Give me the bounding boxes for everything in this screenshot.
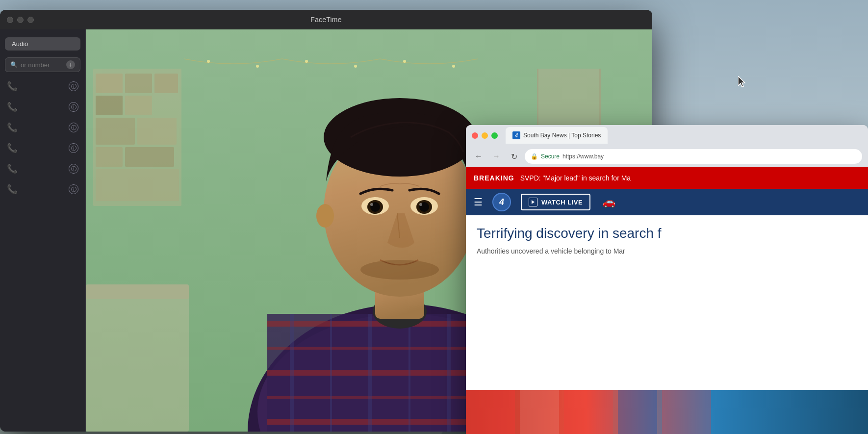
svg-point-57 <box>360 260 439 280</box>
contact-item[interactable]: 📞 ⓘ <box>0 97 85 117</box>
breaking-text: SVPD: "Major lead" in search for Ma <box>520 174 631 182</box>
svg-rect-61 <box>520 390 559 434</box>
svg-marker-58 <box>532 200 535 204</box>
tab-favicon: 4 <box>512 131 520 139</box>
contact-item[interactable]: 📞 ⓘ <box>0 76 85 97</box>
contact-item[interactable]: 📞 ⓘ <box>0 179 85 200</box>
secure-label: Secure <box>541 153 560 160</box>
phone-icon: 📞 <box>7 163 18 174</box>
browser-forward-button[interactable]: → <box>489 150 503 163</box>
phone-icon: 📞 <box>7 122 18 133</box>
svg-rect-12 <box>137 118 177 145</box>
contact-item[interactable]: 📞 ⓘ <box>0 138 85 158</box>
svg-point-27 <box>452 65 455 68</box>
browser-back-button[interactable]: ← <box>472 150 485 163</box>
phone-icon: 📞 <box>7 143 18 153</box>
svg-point-55 <box>316 204 334 228</box>
browser-tab[interactable]: 4 South Bay News | Top Stories <box>506 127 608 144</box>
play-icon <box>529 198 537 206</box>
browser-maximize-button[interactable] <box>491 132 498 139</box>
facetime-maximize-button[interactable] <box>27 17 34 23</box>
browser-window: 4 South Bay News | Top Stories ← → ↻ 🔒 S… <box>466 125 868 434</box>
facetime-titlebar: FaceTime <box>0 10 652 29</box>
search-icon: 🔍 <box>10 61 18 68</box>
secure-icon: 🔒 <box>531 153 538 160</box>
news-subtext: Authorities uncovered a vehicle belongin… <box>477 247 857 256</box>
svg-rect-7 <box>125 74 152 93</box>
svg-rect-62 <box>564 390 613 434</box>
facetime-traffic-lights <box>7 17 34 23</box>
news-headline: Terrifying discovery in search f <box>477 225 857 242</box>
facetime-minimize-button[interactable] <box>17 17 24 23</box>
svg-rect-64 <box>662 390 711 434</box>
svg-rect-9 <box>96 96 123 115</box>
browser-traffic-lights <box>472 132 498 139</box>
browser-minimize-button[interactable] <box>482 132 488 139</box>
svg-rect-60 <box>466 390 515 434</box>
facetime-title: FaceTime <box>310 16 341 24</box>
car-icon: 🚗 <box>602 196 615 208</box>
news-navbar: ☰ 4 WATCH LIVE 🚗 <box>466 189 868 215</box>
address-bar[interactable]: 🔒 Secure https://www.bay <box>525 149 862 164</box>
svg-rect-63 <box>618 390 657 434</box>
svg-point-23 <box>256 65 259 68</box>
hamburger-menu-icon[interactable]: ☰ <box>474 196 483 208</box>
info-icon[interactable]: ⓘ <box>69 143 78 153</box>
facetime-close-button[interactable] <box>7 17 13 23</box>
svg-rect-10 <box>125 96 152 115</box>
svg-rect-16 <box>86 284 189 432</box>
info-icon[interactable]: ⓘ <box>69 184 78 194</box>
phone-icon: 📞 <box>7 184 18 195</box>
svg-rect-17 <box>86 284 189 299</box>
svg-rect-11 <box>96 118 135 145</box>
info-icon[interactable]: ⓘ <box>69 102 78 112</box>
channel-logo: 4 <box>492 193 511 211</box>
info-icon[interactable]: ⓘ <box>69 81 78 91</box>
audio-button[interactable]: Audio <box>5 37 80 51</box>
svg-rect-6 <box>96 74 123 93</box>
browser-navbar: ← → ↻ 🔒 Secure https://www.bay <box>466 146 868 167</box>
svg-point-50 <box>370 203 373 206</box>
breaking-news-bar: BREAKING SVPD: "Major lead" in search fo… <box>466 167 868 189</box>
contact-item[interactable]: 📞 ⓘ <box>0 158 85 179</box>
browser-titlebar: 4 South Bay News | Top Stories <box>466 125 868 146</box>
svg-point-26 <box>403 60 406 63</box>
phone-icon: 📞 <box>7 102 18 112</box>
svg-point-22 <box>207 60 210 63</box>
browser-close-button[interactable] <box>472 132 478 139</box>
watch-live-button[interactable]: WATCH LIVE <box>521 194 590 210</box>
svg-point-54 <box>419 203 422 206</box>
watch-live-label: WATCH LIVE <box>541 199 583 206</box>
tab-title: South Bay News | Top Stories <box>523 132 601 139</box>
svg-rect-15 <box>96 169 179 201</box>
svg-point-25 <box>354 65 357 68</box>
svg-point-24 <box>305 60 308 63</box>
contact-item[interactable]: 📞 ⓘ <box>0 117 85 138</box>
facetime-sidebar: Audio 🔍 + 📞 ⓘ 📞 ⓘ 📞 ⓘ 📞 ⓘ 📞 ⓘ 📞 <box>0 29 86 432</box>
search-bar: 🔍 + <box>5 57 80 72</box>
breaking-label: BREAKING <box>474 174 514 182</box>
svg-rect-14 <box>125 147 174 167</box>
search-input[interactable] <box>21 61 60 69</box>
phone-icon: 📞 <box>7 81 18 92</box>
info-icon[interactable]: ⓘ <box>69 164 78 174</box>
info-icon[interactable]: ⓘ <box>69 123 78 132</box>
browser-reload-button[interactable]: ↻ <box>507 150 521 163</box>
add-contact-button[interactable]: + <box>66 60 75 69</box>
svg-rect-13 <box>96 147 123 167</box>
url-text: https://www.bay <box>562 153 604 160</box>
news-image-strip <box>466 390 868 434</box>
svg-rect-8 <box>154 74 178 93</box>
